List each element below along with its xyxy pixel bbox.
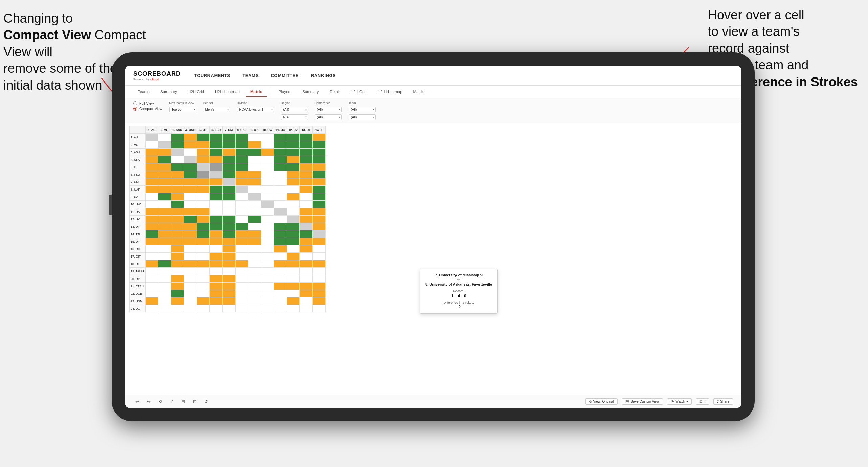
matrix-cell[interactable] (287, 290, 299, 297)
matrix-cell[interactable] (261, 216, 274, 223)
matrix-cell[interactable] (171, 216, 184, 223)
matrix-cell[interactable] (171, 253, 184, 260)
matrix-cell[interactable] (171, 238, 184, 245)
matrix-cell[interactable] (171, 245, 184, 253)
matrix-cell[interactable] (184, 297, 197, 305)
gender-select[interactable]: Men's (203, 107, 230, 112)
matrix-cell[interactable] (287, 208, 299, 216)
matrix-cell[interactable] (145, 201, 158, 208)
matrix-cell[interactable] (248, 290, 261, 297)
matrix-cell[interactable] (299, 268, 312, 275)
tab-matrix-2[interactable]: Matrix (408, 87, 428, 97)
matrix-cell[interactable] (197, 305, 209, 312)
matrix-cell[interactable] (171, 186, 184, 193)
matrix-cell[interactable] (312, 186, 325, 193)
matrix-cell[interactable] (184, 290, 197, 297)
matrix-cell[interactable] (184, 163, 197, 171)
matrix-cell[interactable] (171, 290, 184, 297)
matrix-cell[interactable] (274, 149, 287, 156)
matrix-cell[interactable] (274, 141, 287, 149)
matrix-cell[interactable] (312, 193, 325, 201)
matrix-cell[interactable] (158, 208, 171, 216)
matrix-cell[interactable] (299, 238, 312, 245)
matrix-cell[interactable] (145, 290, 158, 297)
matrix-cell[interactable] (235, 193, 248, 201)
matrix-cell[interactable] (171, 208, 184, 216)
matrix-cell[interactable] (299, 156, 312, 163)
matrix-cell[interactable] (209, 171, 222, 178)
matrix-cell[interactable] (222, 141, 235, 149)
matrix-cell[interactable] (312, 290, 325, 297)
matrix-cell[interactable] (222, 245, 235, 253)
compact-view-radio[interactable] (133, 107, 137, 111)
matrix-cell[interactable] (287, 230, 299, 238)
matrix-cell[interactable] (235, 245, 248, 253)
matrix-cell[interactable] (158, 163, 171, 171)
expand-icon[interactable]: ⤢ (168, 398, 175, 405)
matrix-cell[interactable] (312, 238, 325, 245)
matrix-cell[interactable] (248, 268, 261, 275)
matrix-cell[interactable] (184, 156, 197, 163)
matrix-cell[interactable] (158, 201, 171, 208)
nav-teams[interactable]: TEAMS (242, 73, 259, 78)
matrix-cell[interactable] (235, 223, 248, 230)
matrix-cell[interactable] (222, 268, 235, 275)
matrix-cell[interactable] (197, 238, 209, 245)
matrix-cell[interactable] (209, 186, 222, 193)
matrix-cell[interactable] (261, 178, 274, 186)
matrix-cell[interactable] (299, 223, 312, 230)
matrix-cell[interactable] (145, 253, 158, 260)
matrix-cell[interactable] (222, 253, 235, 260)
matrix-cell[interactable] (171, 134, 184, 141)
matrix-cell[interactable] (171, 193, 184, 201)
matrix-cell[interactable] (184, 253, 197, 260)
matrix-cell[interactable] (197, 163, 209, 171)
matrix-cell[interactable] (235, 178, 248, 186)
matrix-cell[interactable] (184, 141, 197, 149)
matrix-cell[interactable] (145, 156, 158, 163)
matrix-cell[interactable] (184, 245, 197, 253)
matrix-cell[interactable] (171, 163, 184, 171)
layout-icon[interactable]: ⊡ (191, 398, 198, 405)
matrix-cell[interactable] (197, 141, 209, 149)
matrix-cell[interactable] (158, 171, 171, 178)
matrix-cell[interactable] (235, 163, 248, 171)
matrix-cell[interactable] (158, 149, 171, 156)
matrix-cell[interactable] (312, 178, 325, 186)
matrix-cell[interactable] (197, 186, 209, 193)
matrix-cell[interactable] (261, 297, 274, 305)
matrix-cell[interactable] (222, 275, 235, 283)
matrix-cell[interactable] (287, 260, 299, 268)
matrix-cell[interactable] (287, 305, 299, 312)
matrix-cell[interactable] (261, 149, 274, 156)
matrix-cell[interactable] (158, 193, 171, 201)
matrix-cell[interactable] (312, 260, 325, 268)
matrix-cell[interactable] (248, 163, 261, 171)
matrix-cell[interactable] (222, 223, 235, 230)
matrix-cell[interactable] (222, 134, 235, 141)
matrix-cell[interactable] (197, 223, 209, 230)
matrix-cell[interactable] (299, 186, 312, 193)
matrix-cell[interactable] (158, 275, 171, 283)
matrix-cell[interactable] (197, 208, 209, 216)
matrix-cell[interactable] (145, 163, 158, 171)
matrix-cell[interactable] (248, 283, 261, 290)
matrix-cell[interactable] (287, 193, 299, 201)
matrix-cell[interactable] (248, 223, 261, 230)
matrix-cell[interactable] (299, 178, 312, 186)
matrix-cell[interactable] (209, 290, 222, 297)
matrix-cell[interactable] (209, 223, 222, 230)
matrix-cell[interactable] (312, 208, 325, 216)
matrix-cell[interactable] (222, 163, 235, 171)
matrix-cell[interactable] (312, 223, 325, 230)
matrix-cell[interactable] (312, 275, 325, 283)
matrix-cell[interactable] (184, 268, 197, 275)
matrix-cell[interactable] (235, 238, 248, 245)
conference-select-top[interactable]: (All) (315, 107, 342, 112)
matrix-cell[interactable] (248, 171, 261, 178)
matrix-cell[interactable] (312, 216, 325, 223)
matrix-cell[interactable] (261, 223, 274, 230)
matrix-cell[interactable] (222, 297, 235, 305)
matrix-cell[interactable] (184, 171, 197, 178)
refresh-icon[interactable]: ⟲ (156, 398, 164, 405)
